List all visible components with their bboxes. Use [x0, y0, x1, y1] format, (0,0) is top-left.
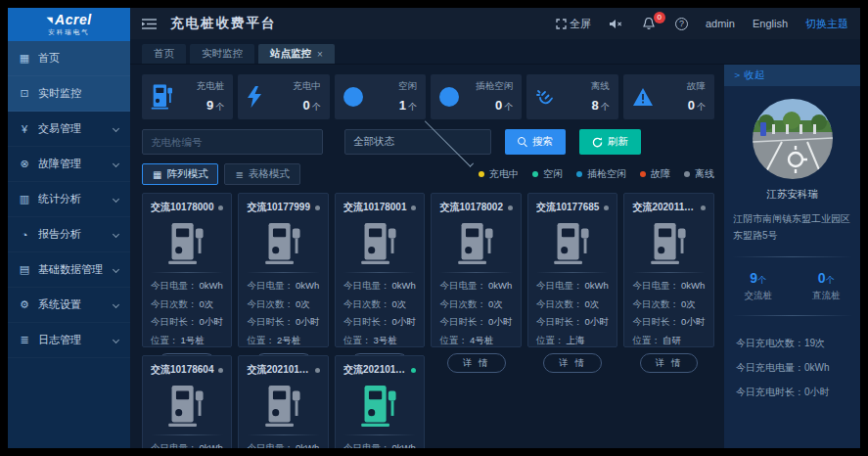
close-icon[interactable]: × [317, 49, 323, 60]
count-label: 今日次数： [151, 298, 198, 309]
ac-pile-summary: 9个 交流桩 [724, 270, 793, 302]
stat-unit: 个 [601, 102, 610, 112]
status-dot [701, 205, 706, 210]
sidebar-item-label: 交易管理 [38, 121, 114, 136]
sidebar-item-home[interactable]: ▦ 首页 [8, 41, 130, 76]
mute-button[interactable] [609, 19, 625, 29]
unplugged-icon [535, 87, 555, 107]
search-button-label: 搜索 [532, 135, 553, 149]
sidebar-item-reports[interactable]: ◔ 报告分析 [8, 217, 130, 252]
duration-line: 今日时长：0小时 [151, 313, 223, 332]
location-value: 1号桩 [181, 335, 205, 345]
sidebar-item-realtime-monitor[interactable]: ⊡ 实时监控 [8, 76, 130, 112]
location-line: 位置：2号桩 [247, 332, 319, 350]
sidebar-item-base-data[interactable]: ▤ 基础数据管理 [8, 252, 130, 288]
grid-mode-button[interactable]: ▦ 阵列模式 [142, 163, 218, 185]
charging-pile-icon [151, 214, 223, 272]
sidebar-item-label: 首页 [38, 51, 120, 66]
theme-switch[interactable]: 切换主题 [805, 17, 848, 31]
detail-button[interactable]: 详 情 [543, 353, 602, 373]
stat-value: 0 [495, 98, 502, 113]
user-menu[interactable]: admin [706, 18, 735, 29]
menu-fold-icon[interactable] [142, 18, 157, 30]
duration-value: 0小时 [681, 316, 705, 327]
gun-number-input[interactable] [142, 129, 323, 155]
location-value: 4号桩 [470, 335, 493, 345]
count-line: 今日次数：0次 [536, 296, 609, 314]
top-header: 充电桩收费平台 全屏 0 ? admin English 切换主题 [130, 8, 860, 39]
brand-subtitle: 安科瑞电气 [48, 28, 90, 37]
chevron-down-icon [113, 266, 119, 273]
help-button[interactable]: ? [675, 18, 688, 30]
sidebar-item-logs[interactable]: ≣ 日志管理 [8, 323, 130, 358]
duration-label: 今日时长： [536, 316, 583, 327]
energy-line: 今日电量：0kWh [247, 277, 319, 296]
legend-charging: 充电中 [479, 167, 519, 181]
today-count-label: 今日充电次数： [736, 338, 804, 348]
location-line: 位置：4号桩 [439, 332, 512, 350]
dashboard-icon: ▦ [18, 52, 31, 65]
collapse-panel-button[interactable]: ＞ 收起 [724, 65, 860, 86]
table-mode-button[interactable]: ≣ 表格模式 [224, 163, 299, 185]
ac-pile-unit: 个 [757, 275, 766, 285]
help-icon: ? [675, 18, 688, 30]
sidebar-item-transactions[interactable]: ¥ 交易管理 [8, 112, 130, 147]
stat-total-piles: 充电桩9个 [142, 74, 233, 119]
energy-line: 今日电量：0kWh [343, 439, 416, 448]
status-dot [411, 368, 416, 373]
energy-line: 今日电量：0kWh [439, 277, 512, 296]
sidebar-menu: ▦ 首页 ⊡ 实时监控 ¥ 交易管理 ⊗ 故障管理 ▥ 统计分析 [8, 41, 130, 448]
duration-line: 今日时长：0小时 [343, 313, 416, 332]
detail-button[interactable]: 详 情 [640, 353, 699, 373]
search-button[interactable]: 搜索 [505, 129, 566, 155]
pile-card: 交流2021011400... 今日电量：0kWh 今日次数：0次 [238, 355, 328, 448]
energy-label: 今日电量： [151, 442, 198, 448]
divider [732, 315, 852, 316]
language-switch[interactable]: English [753, 18, 788, 29]
stat-label: 离线 [555, 80, 609, 93]
sidebar-item-faults[interactable]: ⊗ 故障管理 [8, 147, 130, 182]
refresh-button[interactable]: 刷新 [579, 129, 641, 155]
status-dot [604, 205, 609, 210]
database-icon: ▤ [18, 263, 31, 276]
status-select[interactable]: 全部状态 [344, 129, 491, 155]
duration-label: 今日时长： [632, 316, 679, 327]
detail-button[interactable]: 详 情 [447, 353, 506, 373]
energy-line: 今日电量：0kWh [151, 277, 223, 296]
duration-value: 0小时 [391, 316, 415, 327]
fullscreen-button[interactable]: 全屏 [556, 17, 591, 31]
notification-badge: 0 [654, 12, 665, 23]
today-summary: 今日充电次数：19次 今日充电电量：0kWh 今日充电时长：0小时 [724, 329, 860, 406]
station-panel: ＞ 收起 [724, 65, 860, 448]
stat-offline: 离线8个 [526, 74, 617, 119]
legend-label: 故障 [651, 167, 670, 181]
warning-triangle-icon [632, 87, 654, 107]
legend-dot [684, 171, 690, 177]
count-line: 今日次数：0次 [343, 296, 416, 314]
stat-label: 充电中 [262, 80, 320, 93]
energy-value: 0kWh [200, 442, 223, 448]
sidebar-item-statistics[interactable]: ▥ 统计分析 [8, 182, 130, 217]
notifications-button[interactable]: 0 [643, 18, 658, 30]
status-dot [315, 368, 320, 373]
location-value: 2号桩 [277, 335, 300, 345]
pile-card: 交流10178604 今日电量：0kWh 今日次数：0次 [142, 355, 232, 448]
station-name: 江苏安科瑞 [724, 188, 860, 202]
tab-station-monitor[interactable]: 站点监控 × [258, 44, 335, 64]
sidebar-item-label: 实时监控 [38, 86, 120, 101]
chevron-down-icon [113, 160, 119, 167]
pile-card: 交流10177999 今日电量：0kWh 今日次数：0次 今日时长：0小时 位置… [238, 193, 328, 347]
tab-home[interactable]: 首页 [142, 44, 186, 64]
duration-value: 0小时 [296, 316, 319, 327]
count-label: 今日次数： [632, 298, 679, 309]
stat-unit: 个 [504, 102, 513, 112]
tab-realtime-monitor[interactable]: 实时监控 [190, 44, 254, 64]
energy-line: 今日电量：0kWh [632, 277, 705, 296]
sidebar: Acrel 安科瑞电气 ▦ 首页 ⊡ 实时监控 ¥ 交易管理 ⊗ 故障管理 [8, 8, 130, 448]
duration-label: 今日时长： [247, 316, 294, 327]
duration-line: 今日时长：0小时 [632, 313, 705, 332]
pile-name: 交流10178604 [151, 363, 214, 377]
legend-label: 离线 [695, 167, 714, 181]
refresh-button-label: 刷新 [608, 135, 628, 149]
sidebar-item-system-settings[interactable]: ⚙ 系统设置 [8, 288, 130, 323]
